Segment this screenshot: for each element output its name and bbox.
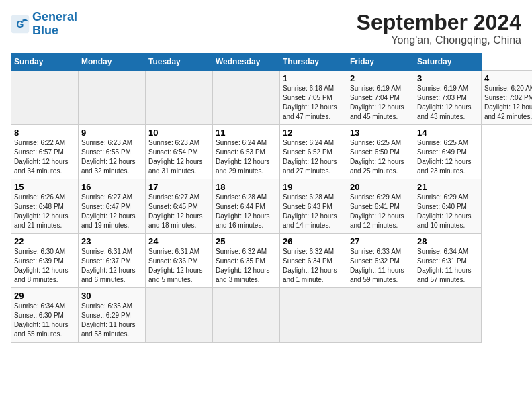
table-row: 15Sunrise: 6:26 AMSunset: 6:48 PMDayligh… — [11, 179, 79, 234]
table-row: 24Sunrise: 6:31 AMSunset: 6:36 PMDayligh… — [146, 234, 213, 288]
table-row — [213, 288, 280, 342]
col-saturday: Saturday — [414, 54, 482, 71]
table-row: 12Sunrise: 6:24 AMSunset: 6:52 PMDayligh… — [280, 125, 347, 179]
table-row: 10Sunrise: 6:23 AMSunset: 6:54 PMDayligh… — [146, 125, 213, 179]
logo-blue: Blue — [32, 24, 58, 37]
day-info: Sunrise: 6:32 AMSunset: 6:34 PMDaylight:… — [283, 248, 337, 283]
day-info: Sunrise: 6:22 AMSunset: 6:57 PMDaylight:… — [14, 139, 69, 175]
day-info: Sunrise: 6:28 AMSunset: 6:43 PMDaylight:… — [283, 193, 337, 229]
day-number: 22 — [14, 236, 75, 246]
table-row: 1Sunrise: 6:18 AMSunset: 7:05 PMDaylight… — [280, 71, 347, 125]
day-number: 1 — [283, 73, 344, 83]
day-info: Sunrise: 6:33 AMSunset: 6:32 PMDaylight:… — [350, 248, 404, 283]
col-monday: Monday — [79, 54, 146, 71]
table-row: 21Sunrise: 6:29 AMSunset: 6:40 PMDayligh… — [414, 179, 482, 234]
table-row: 13Sunrise: 6:25 AMSunset: 6:50 PMDayligh… — [347, 125, 414, 179]
day-number: 18 — [216, 182, 277, 192]
calendar-subtitle: Yong'an, Chongqing, China — [357, 34, 521, 46]
day-info: Sunrise: 6:34 AMSunset: 6:30 PMDaylight:… — [14, 302, 69, 338]
day-info: Sunrise: 6:30 AMSunset: 6:39 PMDaylight:… — [14, 248, 69, 283]
day-info: Sunrise: 6:27 AMSunset: 6:45 PMDaylight:… — [148, 193, 203, 229]
table-row: 28Sunrise: 6:34 AMSunset: 6:31 PMDayligh… — [414, 234, 482, 288]
day-info: Sunrise: 6:19 AMSunset: 7:03 PMDaylight:… — [417, 85, 472, 120]
table-row: 16Sunrise: 6:27 AMSunset: 6:47 PMDayligh… — [79, 179, 146, 234]
logo-icon: G — [11, 15, 30, 34]
table-row: 20Sunrise: 6:29 AMSunset: 6:41 PMDayligh… — [347, 179, 414, 234]
calendar-week-row: 8Sunrise: 6:22 AMSunset: 6:57 PMDaylight… — [11, 125, 533, 179]
day-info: Sunrise: 6:18 AMSunset: 7:05 PMDaylight:… — [283, 85, 337, 120]
calendar-header-row: Sunday Monday Tuesday Wednesday Thursday… — [11, 54, 533, 71]
calendar-table: Sunday Monday Tuesday Wednesday Thursday… — [11, 53, 532, 342]
day-number: 19 — [283, 182, 344, 192]
table-row — [146, 71, 213, 125]
table-row: 22Sunrise: 6:30 AMSunset: 6:39 PMDayligh… — [11, 234, 79, 288]
table-row — [347, 288, 414, 342]
day-number: 15 — [14, 182, 75, 192]
main-container: G General Blue September 2024 Yong'an, C… — [0, 0, 532, 349]
table-row: 29Sunrise: 6:34 AMSunset: 6:30 PMDayligh… — [11, 288, 79, 342]
day-info: Sunrise: 6:34 AMSunset: 6:31 PMDaylight:… — [417, 248, 472, 283]
table-row: 18Sunrise: 6:28 AMSunset: 6:44 PMDayligh… — [213, 179, 280, 234]
table-row: 19Sunrise: 6:28 AMSunset: 6:43 PMDayligh… — [280, 179, 347, 234]
day-number: 16 — [81, 182, 142, 192]
day-info: Sunrise: 6:25 AMSunset: 6:49 PMDaylight:… — [417, 139, 472, 175]
col-friday: Friday — [347, 54, 414, 71]
day-info: Sunrise: 6:23 AMSunset: 6:54 PMDaylight:… — [148, 139, 203, 175]
calendar-week-row: 15Sunrise: 6:26 AMSunset: 6:48 PMDayligh… — [11, 179, 533, 234]
table-row: 23Sunrise: 6:31 AMSunset: 6:37 PMDayligh… — [79, 234, 146, 288]
day-number: 17 — [148, 182, 210, 192]
table-row: 26Sunrise: 6:32 AMSunset: 6:34 PMDayligh… — [280, 234, 347, 288]
col-tuesday: Tuesday — [146, 54, 213, 71]
table-row — [79, 71, 146, 125]
day-number: 24 — [148, 236, 210, 246]
table-row — [11, 71, 79, 125]
day-number: 28 — [417, 236, 478, 246]
day-number: 9 — [81, 128, 142, 138]
table-row: 17Sunrise: 6:27 AMSunset: 6:45 PMDayligh… — [146, 179, 213, 234]
day-number: 12 — [283, 128, 344, 138]
header: G General Blue September 2024 Yong'an, C… — [11, 11, 521, 46]
day-number: 25 — [216, 236, 277, 246]
day-number: 23 — [81, 236, 142, 246]
day-number: 10 — [148, 128, 210, 138]
logo-general: General — [32, 10, 77, 24]
table-row: 8Sunrise: 6:22 AMSunset: 6:57 PMDaylight… — [11, 125, 79, 179]
day-number: 8 — [14, 128, 75, 138]
table-row: 27Sunrise: 6:33 AMSunset: 6:32 PMDayligh… — [347, 234, 414, 288]
table-row — [213, 71, 280, 125]
calendar-title: September 2024 — [357, 11, 521, 34]
logo-text: General Blue — [32, 11, 77, 38]
day-number: 14 — [417, 128, 478, 138]
table-row — [280, 288, 347, 342]
col-thursday: Thursday — [280, 54, 347, 71]
day-info: Sunrise: 6:19 AMSunset: 7:04 PMDaylight:… — [350, 85, 404, 120]
day-info: Sunrise: 6:29 AMSunset: 6:41 PMDaylight:… — [350, 193, 404, 229]
day-info: Sunrise: 6:25 AMSunset: 6:50 PMDaylight:… — [350, 139, 404, 175]
calendar-week-row: 1Sunrise: 6:18 AMSunset: 7:05 PMDaylight… — [11, 71, 533, 125]
day-number: 4 — [484, 73, 532, 83]
day-number: 20 — [350, 182, 411, 192]
day-info: Sunrise: 6:26 AMSunset: 6:48 PMDaylight:… — [14, 193, 69, 229]
day-number: 27 — [350, 236, 411, 246]
day-info: Sunrise: 6:32 AMSunset: 6:35 PMDaylight:… — [216, 248, 270, 283]
table-row: 2Sunrise: 6:19 AMSunset: 7:04 PMDaylight… — [347, 71, 414, 125]
day-number: 30 — [81, 291, 142, 301]
day-info: Sunrise: 6:29 AMSunset: 6:40 PMDaylight:… — [417, 193, 472, 229]
day-number: 29 — [14, 291, 75, 301]
day-number: 13 — [350, 128, 411, 138]
table-row: 3Sunrise: 6:19 AMSunset: 7:03 PMDaylight… — [414, 71, 482, 125]
table-row — [146, 288, 213, 342]
calendar-week-row: 22Sunrise: 6:30 AMSunset: 6:39 PMDayligh… — [11, 234, 533, 288]
col-sunday: Sunday — [11, 54, 79, 71]
table-row: 14Sunrise: 6:25 AMSunset: 6:49 PMDayligh… — [414, 125, 482, 179]
day-info: Sunrise: 6:23 AMSunset: 6:55 PMDaylight:… — [81, 139, 136, 175]
table-row: 25Sunrise: 6:32 AMSunset: 6:35 PMDayligh… — [213, 234, 280, 288]
day-info: Sunrise: 6:28 AMSunset: 6:44 PMDaylight:… — [216, 193, 270, 229]
day-number: 3 — [417, 73, 478, 83]
logo: G General Blue — [11, 11, 77, 38]
day-info: Sunrise: 6:27 AMSunset: 6:47 PMDaylight:… — [81, 193, 136, 229]
table-row: 9Sunrise: 6:23 AMSunset: 6:55 PMDaylight… — [79, 125, 146, 179]
day-info: Sunrise: 6:31 AMSunset: 6:37 PMDaylight:… — [81, 248, 136, 283]
table-row — [414, 288, 482, 342]
col-wednesday: Wednesday — [213, 54, 280, 71]
